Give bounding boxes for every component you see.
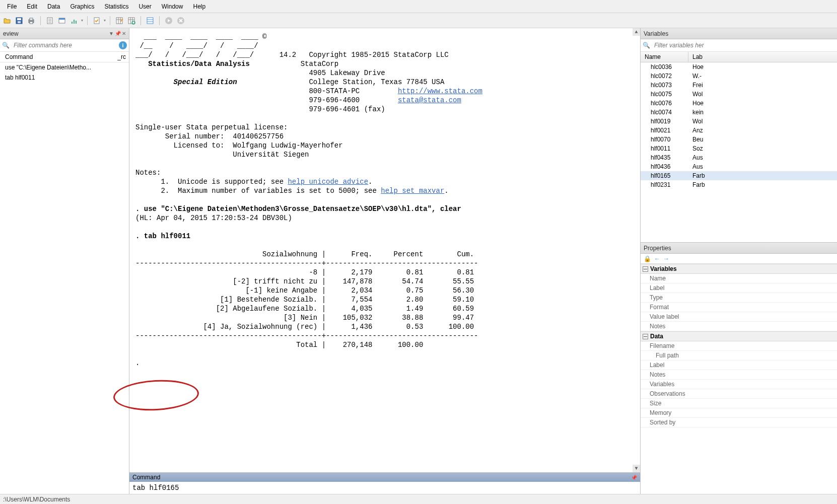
variable-row[interactable]: hlc0076Hoe — [641, 99, 837, 108]
property-row[interactable]: Size — [641, 399, 837, 408]
variable-row[interactable]: hlf0070Beu — [641, 135, 837, 144]
data-editor-icon[interactable] — [114, 16, 124, 26]
review-filter-input[interactable] — [12, 41, 117, 50]
property-row[interactable]: Observations — [641, 389, 837, 399]
svg-rect-25 — [147, 18, 153, 24]
lock-icon[interactable]: 🔒 — [644, 255, 651, 262]
menu-data[interactable]: Data — [42, 1, 65, 12]
variable-row[interactable]: hlf0435Aus — [641, 153, 837, 162]
review-row[interactable]: tab hlf0011 — [0, 73, 129, 83]
search-icon: 🔍 — [643, 42, 650, 49]
review-col-command[interactable]: Command — [0, 52, 109, 62]
graph-icon[interactable] — [69, 16, 79, 26]
property-row[interactable]: Label — [641, 361, 837, 370]
variable-row[interactable]: hlf0019Wol — [641, 117, 837, 126]
results-window[interactable]: ___ ____ ____ ____ ____ © /__ / ____/ / … — [129, 28, 640, 472]
review-row[interactable]: use "C:\Eigene Dateien\Metho... — [0, 62, 129, 73]
scroll-down-icon[interactable]: ▼ — [633, 465, 640, 472]
variable-row[interactable]: hlc0036Hoe — [641, 62, 837, 71]
property-group-header[interactable]: Variables — [641, 264, 837, 274]
variables-panel: Variables 🔍 Name Lab hlc0036Hoehlc0072W.… — [641, 28, 837, 243]
property-row[interactable]: Format — [641, 303, 837, 312]
property-row[interactable]: Filename — [641, 341, 837, 351]
svg-rect-4 — [30, 18, 33, 20]
properties-title: Properties — [644, 245, 671, 252]
pin-icon[interactable]: 📌 — [631, 475, 637, 480]
save-icon[interactable] — [14, 16, 24, 26]
property-row[interactable]: Full path — [641, 351, 837, 361]
variable-row[interactable]: hlf0231Farb — [641, 180, 837, 189]
variable-row[interactable]: hlc0072W.- — [641, 71, 837, 81]
menu-graphics[interactable]: Graphics — [65, 1, 99, 12]
svg-rect-14 — [76, 21, 77, 24]
menu-help[interactable]: Help — [188, 1, 211, 12]
svg-rect-2 — [18, 21, 21, 23]
variables-title: Variables — [644, 30, 668, 37]
variable-row[interactable]: hlc0073Frei — [641, 81, 837, 90]
do-file-icon[interactable] — [92, 16, 102, 26]
menu-statistics[interactable]: Statistics — [99, 1, 133, 12]
review-header: eview ▼ 📌 ✕ — [0, 28, 129, 39]
scroll-up-icon[interactable]: ▲ — [633, 28, 640, 36]
property-row[interactable]: Notes — [641, 322, 837, 331]
back-icon[interactable]: ← — [654, 255, 660, 262]
variables-list: hlc0036Hoehlc0072W.-hlc0073Freihlc0075Wo… — [641, 62, 837, 242]
svg-rect-1 — [17, 18, 21, 20]
property-row[interactable]: Memory — [641, 408, 837, 418]
data-browser-icon[interactable] — [126, 16, 136, 26]
command-input[interactable] — [132, 484, 637, 492]
command-title: Command — [132, 474, 160, 481]
print-icon[interactable] — [26, 16, 36, 26]
svg-rect-13 — [74, 20, 75, 24]
viewer-icon[interactable] — [57, 16, 67, 26]
property-row[interactable]: Name — [641, 274, 837, 283]
variable-row[interactable]: hlf0021Anz — [641, 126, 837, 135]
property-row[interactable]: Type — [641, 293, 837, 303]
statusbar-path: :\Users\WLM\Documents — [3, 496, 70, 503]
review-list: use "C:\Eigene Dateien\Metho...tab hlf00… — [0, 62, 129, 83]
svg-rect-11 — [59, 18, 65, 20]
command-header: Command 📌 — [129, 473, 640, 482]
menu-edit[interactable]: Edit — [22, 1, 42, 12]
review-panel: eview ▼ 📌 ✕ 🔍 i Command _rc use "C:\Eige… — [0, 28, 129, 494]
variable-row[interactable]: hlf0436Aus — [641, 162, 837, 171]
property-row[interactable]: Label — [641, 283, 837, 293]
toolbar: ▾ ▾ — [0, 13, 837, 28]
property-row[interactable]: Variables — [641, 380, 837, 389]
search-icon: 🔍 — [2, 42, 10, 49]
menubar: File Edit Data Graphics Statistics User … — [0, 0, 837, 13]
property-group-header[interactable]: Data — [641, 331, 837, 341]
variable-row[interactable]: hlc0075Wol — [641, 90, 837, 99]
info-icon[interactable]: i — [119, 41, 127, 49]
vars-col-label[interactable]: Lab — [688, 52, 837, 62]
review-col-rc[interactable]: _rc — [109, 52, 129, 62]
variables-filter-input[interactable] — [652, 41, 835, 50]
review-title: eview — [3, 30, 19, 37]
dropdown-icon[interactable]: ▼ — [109, 31, 114, 36]
variable-row[interactable]: hlf0011Soz — [641, 144, 837, 153]
svg-rect-20 — [128, 18, 134, 24]
property-row[interactable]: Sorted by — [641, 418, 837, 427]
variables-manager-icon[interactable] — [145, 16, 155, 26]
statusbar: :\Users\WLM\Documents — [0, 494, 837, 504]
menu-file[interactable]: File — [2, 1, 22, 12]
open-icon[interactable] — [2, 16, 12, 26]
review-columns: Command _rc — [0, 52, 129, 62]
break-icon[interactable] — [176, 16, 186, 26]
property-row[interactable]: Value label — [641, 312, 837, 322]
close-icon[interactable]: ✕ — [122, 31, 126, 36]
property-row[interactable]: Notes — [641, 370, 837, 380]
menu-window[interactable]: Window — [157, 1, 188, 12]
properties-panel: Properties 🔒 ← → VariablesNameLabelTypeF… — [641, 243, 837, 494]
pin-icon[interactable]: 📌 — [115, 31, 121, 36]
variables-header: Variables — [641, 28, 837, 39]
continue-icon[interactable] — [164, 16, 174, 26]
variable-row[interactable]: hlf0165Farb — [641, 171, 837, 180]
vars-col-name[interactable]: Name — [641, 52, 688, 62]
forward-icon[interactable]: → — [663, 255, 669, 262]
menu-user[interactable]: User — [133, 1, 156, 12]
log-icon[interactable] — [45, 16, 55, 26]
variable-row[interactable]: hlc0074kein — [641, 108, 837, 117]
command-panel: Command 📌 — [129, 472, 640, 494]
properties-header: Properties — [641, 243, 837, 254]
